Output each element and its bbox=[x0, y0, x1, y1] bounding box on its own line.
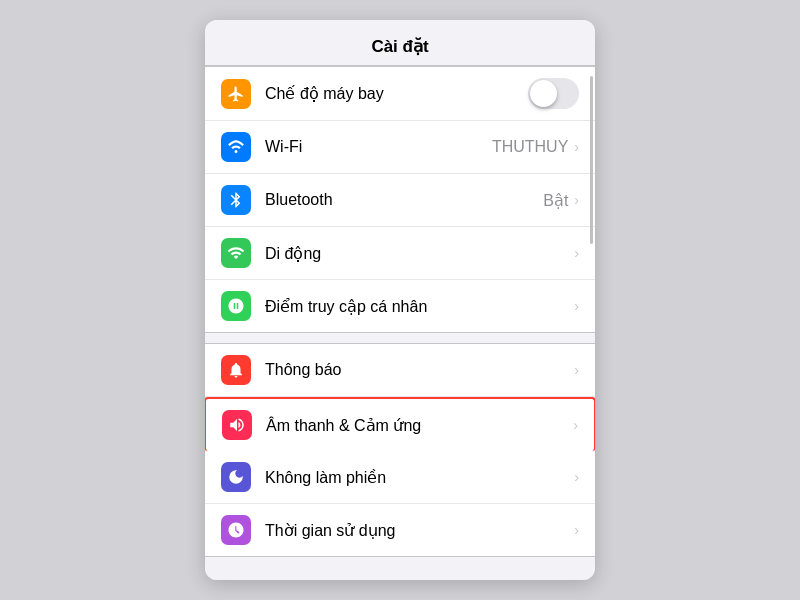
cellular-label: Di động bbox=[265, 244, 574, 263]
donotdisturb-chevron: › bbox=[574, 469, 579, 485]
notifications-row[interactable]: Thông báo › bbox=[205, 344, 595, 397]
screentime-chevron: › bbox=[574, 522, 579, 538]
cellular-row[interactable]: Di động › bbox=[205, 227, 595, 280]
hotspot-icon bbox=[221, 291, 251, 321]
airplane-mode-toggle[interactable] bbox=[528, 78, 579, 109]
sounds-row-wrapper: Âm thanh & Cảm ứng › bbox=[205, 397, 595, 451]
page-title: Cài đặt bbox=[371, 37, 428, 56]
sounds-icon bbox=[222, 410, 252, 440]
wifi-label: Wi-Fi bbox=[265, 138, 492, 156]
donotdisturb-label: Không làm phiền bbox=[265, 468, 574, 487]
hotspot-chevron: › bbox=[574, 298, 579, 314]
bluetooth-chevron: › bbox=[574, 192, 579, 208]
page-header: Cài đặt bbox=[205, 20, 595, 66]
wifi-chevron: › bbox=[574, 139, 579, 155]
settings-list[interactable]: Chế độ máy bay Wi-Fi THUTHUY › Blueto bbox=[205, 66, 595, 580]
connectivity-section: Chế độ máy bay Wi-Fi THUTHUY › Blueto bbox=[205, 66, 595, 333]
cellular-chevron: › bbox=[574, 245, 579, 261]
cellular-icon bbox=[221, 238, 251, 268]
donotdisturb-row[interactable]: Không làm phiền › bbox=[205, 451, 595, 504]
airplane-mode-label: Chế độ máy bay bbox=[265, 84, 528, 103]
screentime-row[interactable]: Thời gian sử dụng › bbox=[205, 504, 595, 556]
airplane-icon bbox=[221, 79, 251, 109]
scrollbar[interactable] bbox=[590, 76, 593, 244]
bluetooth-icon bbox=[221, 185, 251, 215]
wifi-icon bbox=[221, 132, 251, 162]
system-section: Thông báo › Âm thanh & Cảm ứng › bbox=[205, 343, 595, 557]
donotdisturb-icon bbox=[221, 462, 251, 492]
sounds-label: Âm thanh & Cảm ứng bbox=[266, 416, 573, 435]
bluetooth-label: Bluetooth bbox=[265, 191, 543, 209]
notifications-icon bbox=[221, 355, 251, 385]
toggle-knob bbox=[530, 80, 557, 107]
airplane-mode-row[interactable]: Chế độ máy bay bbox=[205, 67, 595, 121]
wifi-value: THUTHUY bbox=[492, 138, 568, 156]
sounds-chevron: › bbox=[573, 417, 578, 433]
hotspot-row[interactable]: Điểm truy cập cá nhân › bbox=[205, 280, 595, 332]
bluetooth-row[interactable]: Bluetooth Bật › bbox=[205, 174, 595, 227]
bluetooth-value: Bật bbox=[543, 191, 568, 210]
settings-screen: Cài đặt Chế độ máy bay Wi-Fi THUTHU bbox=[205, 20, 595, 580]
wifi-row[interactable]: Wi-Fi THUTHUY › bbox=[205, 121, 595, 174]
notifications-label: Thông báo bbox=[265, 361, 574, 379]
sounds-row[interactable]: Âm thanh & Cảm ứng › bbox=[205, 397, 595, 451]
screentime-icon bbox=[221, 515, 251, 545]
screentime-label: Thời gian sử dụng bbox=[265, 521, 574, 540]
notifications-chevron: › bbox=[574, 362, 579, 378]
hotspot-label: Điểm truy cập cá nhân bbox=[265, 297, 574, 316]
